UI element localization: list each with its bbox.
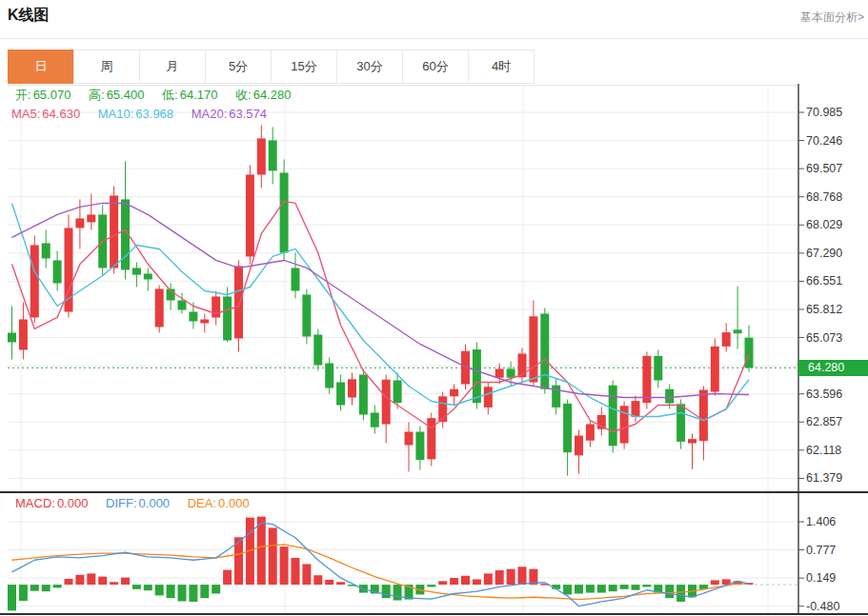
tab-5[interactable]: 30分 — [336, 50, 403, 84]
main-y-tick-label: 67.290 — [806, 246, 842, 261]
main-y-tick-label: 66.551 — [806, 273, 842, 288]
ma5-value: MA5:64.630 — [11, 107, 80, 121]
tab-1[interactable]: 周 — [73, 50, 140, 84]
tab-7[interactable]: 4时 — [468, 50, 535, 84]
open-value: 开:65.070 — [15, 88, 71, 102]
macd-y-tick-label: 0.149 — [806, 570, 836, 586]
period-tab-bar: 日周月5分15分30分60分4时 — [8, 50, 535, 84]
main-y-tick-label: 70.985 — [806, 105, 842, 120]
fundamental-analysis-link[interactable]: 基本面分析> — [800, 10, 864, 26]
low-value: 低:64.170 — [162, 88, 217, 102]
main-y-tick-label: 68.768 — [806, 189, 842, 205]
main-y-tick-label: 62.857 — [806, 414, 842, 429]
tab-2[interactable]: 月 — [139, 50, 206, 84]
dea-value: DEA:0.000 — [188, 496, 250, 510]
ohlc-legend: 开:65.070 高:65.400 低:64.170 收:64.280 — [15, 87, 305, 104]
tab-3[interactable]: 5分 — [205, 50, 272, 84]
macd-chart-canvas[interactable] — [0, 493, 868, 613]
macd-y-tick-label: 0.777 — [806, 543, 836, 558]
tab-6[interactable]: 60分 — [402, 50, 469, 84]
current-price-badge: 64.280 — [798, 360, 868, 376]
main-y-tick-label: 70.246 — [806, 133, 842, 149]
ma10-value: MA10:63.968 — [98, 107, 173, 121]
tab-4[interactable]: 15分 — [271, 50, 337, 84]
ma-legend: MA5:64.630 MA10:63.968 MA20:63.574 — [11, 107, 281, 121]
ma20-value: MA20:63.574 — [192, 107, 267, 121]
main-y-tick-label: 65.073 — [806, 330, 842, 346]
diff-value: DIFF:0.000 — [106, 496, 170, 510]
macd-legend: MACD:0.000 DIFF:0.000 DEA:0.000 — [15, 496, 264, 510]
macd-y-tick-label: -0.480 — [806, 599, 839, 614]
main-y-tick-label: 63.596 — [806, 387, 842, 402]
main-y-tick-label: 69.507 — [806, 161, 842, 176]
macd-value: MACD:0.000 — [15, 496, 88, 510]
panel-divider — [0, 491, 868, 493]
high-value: 高:65.400 — [89, 88, 144, 102]
tab-selected[interactable]: 日 — [8, 50, 74, 84]
candlestick-chart-canvas[interactable] — [0, 84, 868, 491]
main-y-tick-label: 62.118 — [806, 443, 841, 458]
bottom-border — [0, 613, 868, 615]
main-y-tick-label: 65.812 — [806, 302, 842, 317]
title-divider — [0, 38, 868, 39]
main-y-tick-label: 61.379 — [806, 470, 842, 486]
page-title: K线图 — [8, 6, 50, 26]
main-y-tick-label: 68.029 — [806, 217, 842, 232]
macd-y-tick-label: 1.406 — [806, 514, 836, 529]
close-value: 收:64.280 — [235, 88, 291, 102]
